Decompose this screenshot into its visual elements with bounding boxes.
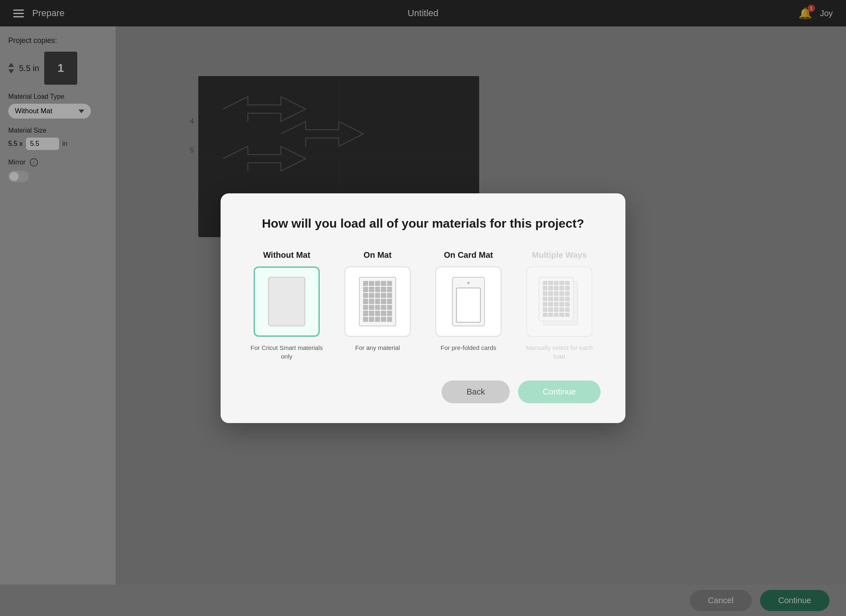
card-mat-inner <box>456 288 481 323</box>
option-without-mat[interactable]: Without Mat For Cricut Smart materials o… <box>250 250 324 361</box>
back-button[interactable]: Back <box>442 381 509 403</box>
without-mat-desc: For Cricut Smart materials only <box>250 343 324 361</box>
on-mat-label: On Mat <box>364 250 392 260</box>
on-mat-desc: For any material <box>355 343 400 352</box>
without-mat-label: Without Mat <box>263 250 310 260</box>
dialog: How will you load all of your materials … <box>221 193 625 423</box>
multiple-ways-label: Multiple Ways <box>532 250 587 260</box>
card-mat-icon <box>452 277 485 326</box>
modal-overlay: How will you load all of your materials … <box>0 0 846 616</box>
multiple-ways-card <box>526 266 592 337</box>
multiple-ways-desc: Manually select for each load <box>522 343 596 361</box>
card-mat-desc: For pre-folded cards <box>440 343 496 352</box>
without-mat-icon <box>268 277 305 326</box>
dialog-footer: Back Continue <box>245 381 601 403</box>
option-multiple-ways: Multiple Ways <box>522 250 596 361</box>
option-on-mat[interactable]: On Mat For any material <box>340 250 415 361</box>
without-mat-card[interactable] <box>254 266 320 337</box>
card-mat-card[interactable] <box>435 266 501 337</box>
dialog-options: Without Mat For Cricut Smart materials o… <box>245 250 601 361</box>
multiple-front <box>539 277 574 321</box>
dialog-title: How will you load all of your materials … <box>245 216 601 231</box>
continue-dialog-button[interactable]: Continue <box>518 381 601 403</box>
on-mat-card[interactable] <box>345 266 411 337</box>
on-mat-icon <box>359 277 396 326</box>
multiple-ways-icon <box>539 277 580 326</box>
card-mat-dot <box>467 282 470 284</box>
card-mat-label: On Card Mat <box>444 250 493 260</box>
option-card-mat[interactable]: On Card Mat For pre-folded cards <box>431 250 506 361</box>
